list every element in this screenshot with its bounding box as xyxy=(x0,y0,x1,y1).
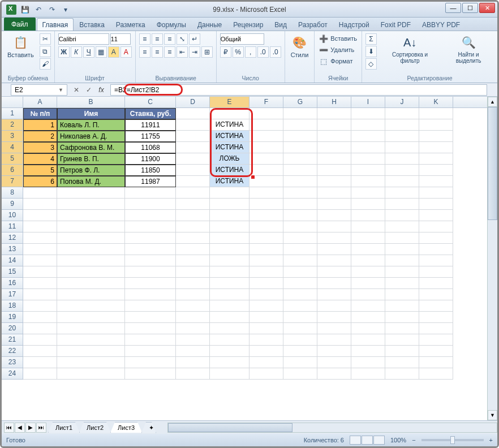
cell-J18[interactable] xyxy=(385,300,419,312)
cell-A1[interactable]: № п/п xyxy=(23,108,57,119)
font-size-combo[interactable] xyxy=(110,33,131,45)
cell-A19[interactable] xyxy=(23,312,57,323)
zoom-in-button[interactable]: + xyxy=(489,437,493,443)
cell-H14[interactable] xyxy=(317,255,351,266)
cell-J6[interactable] xyxy=(385,165,419,176)
cell-D9[interactable] xyxy=(176,199,210,210)
cell-I6[interactable] xyxy=(351,165,385,176)
cell-B11[interactable] xyxy=(57,221,125,232)
cell-I17[interactable] xyxy=(351,289,385,300)
cell-H6[interactable] xyxy=(317,165,351,176)
tab-insert[interactable]: Вставка xyxy=(74,18,110,31)
cell-I2[interactable] xyxy=(351,119,385,131)
cell-C6[interactable]: 11850 xyxy=(125,165,176,176)
cell-A8[interactable] xyxy=(23,187,57,199)
cell-J19[interactable] xyxy=(385,312,419,323)
cell-G7[interactable] xyxy=(283,176,317,187)
cell-I12[interactable] xyxy=(351,232,385,244)
cell-B16[interactable] xyxy=(57,278,125,289)
cell-F6[interactable] xyxy=(250,165,283,176)
cell-D13[interactable] xyxy=(176,244,210,255)
cell-F9[interactable] xyxy=(250,199,283,210)
cell-G2[interactable] xyxy=(283,119,317,131)
cell-H12[interactable] xyxy=(317,232,351,244)
find-select-button[interactable]: 🔍 Найти и выделить xyxy=(443,33,494,65)
merge-button[interactable]: ⊞ xyxy=(201,46,213,58)
cell-I22[interactable] xyxy=(351,346,385,357)
save-button[interactable]: 💾 xyxy=(20,5,30,15)
cell-D19[interactable] xyxy=(176,312,210,323)
cell-K10[interactable] xyxy=(419,210,453,221)
cell-G6[interactable] xyxy=(283,165,317,176)
format-cells-button[interactable]: ⬚Формат xyxy=(318,56,354,66)
cell-J23[interactable] xyxy=(385,357,419,368)
cell-C9[interactable] xyxy=(125,199,176,210)
cell-D17[interactable] xyxy=(176,289,210,300)
cell-K7[interactable] xyxy=(419,176,453,187)
cell-I15[interactable] xyxy=(351,266,385,278)
cell-H4[interactable] xyxy=(317,142,351,153)
align-center-button[interactable]: ≡ xyxy=(152,46,163,58)
cell-B9[interactable] xyxy=(57,199,125,210)
sheet-nav-last[interactable]: ⏭ xyxy=(36,423,46,433)
cell-G1[interactable] xyxy=(283,108,317,119)
cell-E3[interactable]: ИСТИНА xyxy=(210,131,250,142)
cell-K23[interactable] xyxy=(419,357,453,368)
decrease-indent-button[interactable]: ⇤ xyxy=(177,46,188,58)
increase-indent-button[interactable]: ⇥ xyxy=(189,46,200,58)
cell-E10[interactable] xyxy=(210,210,250,221)
cell-C11[interactable] xyxy=(125,221,176,232)
cell-D5[interactable] xyxy=(176,153,210,165)
cell-C1[interactable]: Ставка, руб. xyxy=(125,108,176,119)
cell-F4[interactable] xyxy=(250,142,283,153)
cell-H18[interactable] xyxy=(317,300,351,312)
cell-E4[interactable]: ИСТИНА xyxy=(210,142,250,153)
cell-I24[interactable] xyxy=(351,368,385,380)
row-header[interactable]: 2 xyxy=(2,119,23,131)
cell-J10[interactable] xyxy=(385,210,419,221)
cell-A6[interactable]: 5 xyxy=(23,165,57,176)
cell-B24[interactable] xyxy=(57,368,125,380)
cell-F23[interactable] xyxy=(250,357,283,368)
cell-A14[interactable] xyxy=(23,255,57,266)
cell-F20[interactable] xyxy=(250,323,283,334)
cell-G17[interactable] xyxy=(283,289,317,300)
increase-decimal-button[interactable]: .0 xyxy=(257,46,269,58)
row-header[interactable]: 7 xyxy=(2,176,23,187)
cell-H11[interactable] xyxy=(317,221,351,232)
tab-foxit[interactable]: Foxit PDF xyxy=(375,18,416,31)
cell-H21[interactable] xyxy=(317,334,351,346)
sheet-tab-2[interactable]: Лист2 xyxy=(79,422,111,433)
align-left-button[interactable]: ≡ xyxy=(139,46,150,58)
cell-K9[interactable] xyxy=(419,199,453,210)
worksheet-grid[interactable]: ABCDEFGHIJK 1№ п/пИмяСтавка, руб.21Ковал… xyxy=(2,97,497,420)
cell-D10[interactable] xyxy=(176,210,210,221)
cell-C17[interactable] xyxy=(125,289,176,300)
percent-button[interactable]: % xyxy=(233,46,244,58)
cell-D23[interactable] xyxy=(176,357,210,368)
redo-button[interactable]: ↷ xyxy=(47,5,57,15)
tab-addins[interactable]: Надстрой xyxy=(333,18,375,31)
cell-J1[interactable] xyxy=(385,108,419,119)
sheet-nav-prev[interactable]: ◀ xyxy=(15,423,25,433)
tab-developer[interactable]: Разработ xyxy=(292,18,333,31)
cell-C8[interactable] xyxy=(125,187,176,199)
cell-D2[interactable] xyxy=(176,119,210,131)
cell-D16[interactable] xyxy=(176,278,210,289)
row-header[interactable]: 3 xyxy=(2,131,23,142)
cell-H22[interactable] xyxy=(317,346,351,357)
cell-K24[interactable] xyxy=(419,368,453,380)
cell-A17[interactable] xyxy=(23,289,57,300)
cell-B20[interactable] xyxy=(57,323,125,334)
tab-data[interactable]: Данные xyxy=(192,18,227,31)
cell-J4[interactable] xyxy=(385,142,419,153)
cell-B10[interactable] xyxy=(57,210,125,221)
sheet-tab-1[interactable]: Лист1 xyxy=(48,422,80,433)
cell-C13[interactable] xyxy=(125,244,176,255)
cell-J5[interactable] xyxy=(385,153,419,165)
cell-K19[interactable] xyxy=(419,312,453,323)
cell-E24[interactable] xyxy=(210,368,250,380)
cell-F19[interactable] xyxy=(250,312,283,323)
row-header[interactable]: 12 xyxy=(2,232,23,244)
cell-K13[interactable] xyxy=(419,244,453,255)
